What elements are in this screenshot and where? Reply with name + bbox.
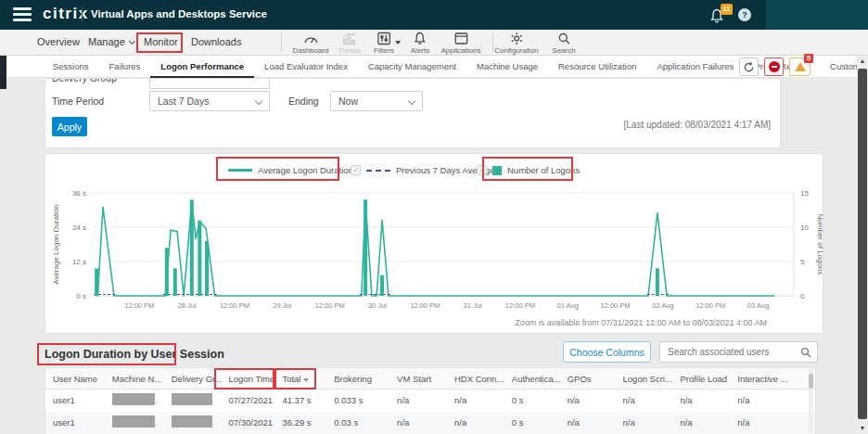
chevron-down-icon [408, 97, 415, 105]
alerts-indicator-button[interactable]: 5 [789, 57, 811, 76]
svg-text:15: 15 [800, 189, 809, 198]
column-header-hdx-conn-[interactable]: HDX Conn... [447, 368, 504, 389]
logon-performance-chart-card: Average Logon Duration✓Previous 7 Days A… [45, 153, 823, 334]
nav-tool-filters[interactable]: Filters [374, 32, 394, 55]
dashboard-icon [292, 32, 328, 45]
filter-panel: Delivery Group Time Period Last 7 Days E… [45, 78, 781, 148]
table-cell: 36.29 s [274, 412, 326, 434]
column-header-vm-start[interactable]: VM Start [389, 368, 447, 389]
svg-text:12:00 PM: 12:00 PM [600, 301, 630, 310]
nav-tool-dashboard[interactable]: Dashboard [292, 32, 328, 55]
nav-item-overview[interactable]: Overview [37, 36, 80, 47]
app-window: citrix Virtual Apps and Desktops Service… [0, 0, 868, 434]
table-cell: n/a [616, 412, 673, 434]
column-header-logon-time[interactable]: Logon Time [222, 368, 275, 389]
choose-columns-button[interactable]: Choose Columns [563, 341, 651, 363]
table-row[interactable]: user1.07/30/2021 2...36.29 s0.03 sn/an/a… [45, 412, 815, 434]
errors-indicator-button[interactable] [764, 57, 784, 76]
table-cell: n/a [672, 389, 730, 412]
svg-text:12 s: 12 s [72, 258, 86, 266]
search-input[interactable] [660, 342, 798, 362]
legend-item-number-of-logons: ✓Number of Logons [477, 165, 580, 175]
table-cell: 07/30/2021 2... [222, 412, 275, 434]
column-header-profile-load[interactable]: Profile Load [672, 368, 730, 389]
nav-tool-search[interactable]: Search [552, 32, 575, 55]
nav-tool-applications[interactable]: Applications [440, 32, 480, 55]
svg-text:0 s: 0 s [76, 292, 86, 300]
table-cell: 0.03 s [326, 412, 389, 434]
window-scrollbar[interactable]: ▲ ▼ [857, 56, 868, 434]
nav-item-monitor[interactable]: Monitor [144, 36, 178, 47]
hamburger-menu-icon[interactable] [13, 7, 32, 21]
error-icon [769, 61, 780, 72]
delivery-group-select[interactable] [149, 78, 270, 89]
subtab-load-evaluator-index[interactable]: Load Evaluator Index [254, 56, 358, 78]
svg-text:12:00 PM: 12:00 PM [696, 301, 725, 310]
subtab-resource-utilization[interactable]: Resource Utilization [548, 56, 646, 78]
column-header-logon-scri-[interactable]: Logon Scri... [616, 368, 673, 389]
redacted-cell [164, 389, 222, 412]
table-header-row: User NameMachine N...Delivery Gr...Logon… [45, 368, 815, 389]
table-cell: n/a [672, 412, 730, 434]
svg-text:12:00 PM: 12:00 PM [124, 301, 154, 310]
table-cell: user1 [45, 412, 105, 434]
subtab-capacity-management[interactable]: Capacity Management [358, 56, 466, 78]
subtab-failures[interactable]: Failures [99, 56, 151, 78]
nav-item-manage[interactable]: Manage [88, 36, 134, 47]
search-icon [800, 347, 811, 358]
chevron-down-icon [129, 38, 135, 45]
table-cell: 0.033 s [326, 389, 389, 412]
svg-text:01 Aug: 01 Aug [557, 301, 579, 310]
svg-text:12:00 PM: 12:00 PM [220, 301, 249, 310]
column-header-brokering[interactable]: Brokering [326, 368, 389, 389]
apply-button[interactable]: Apply [52, 117, 87, 136]
svg-text:29 Jul: 29 Jul [273, 301, 291, 310]
chevron-down-icon [255, 97, 262, 105]
redacted-cell: . [105, 412, 164, 434]
nav-item-downloads[interactable]: Downloads [191, 36, 241, 47]
help-icon[interactable]: ? [738, 8, 751, 21]
column-header-total[interactable]: Total [274, 368, 326, 389]
scroll-up-arrow[interactable]: ▲ [857, 56, 868, 67]
svg-text:12:00 PM: 12:00 PM [315, 301, 345, 310]
subtab-application-failures[interactable]: Application Failures [646, 56, 744, 78]
column-header-delivery-gr-[interactable]: Delivery Gr... [164, 368, 222, 389]
time-period-select[interactable]: Last 7 Days [149, 91, 270, 111]
column-header-machine-n-[interactable]: Machine N... [105, 368, 164, 389]
table-cell: n/a [560, 389, 616, 412]
legend-item-average-logon-duration: Average Logon Duration [228, 165, 353, 175]
table-cell: n/a [389, 412, 447, 434]
subtab-logon-performance[interactable]: Logon Performance [150, 56, 254, 78]
redacted-cell: . [105, 389, 164, 412]
column-header-gpos[interactable]: GPOs [560, 368, 616, 389]
refresh-button[interactable] [739, 57, 759, 76]
svg-text:31 Jul: 31 Jul [464, 301, 482, 310]
nav-tool-trends: Trends [338, 32, 362, 55]
nav-tool-alerts[interactable]: Alerts [411, 32, 429, 55]
nav-tool-configuration[interactable]: Configuration [494, 32, 539, 55]
subtab-machine-usage[interactable]: Machine Usage [466, 56, 548, 78]
window-scrollbar-thumb[interactable] [858, 69, 867, 419]
logon-performance-chart[interactable]: 0 s12 s24 s36 s05101512:00 PM28 Jul12:00… [45, 180, 824, 319]
section-title-logon-duration: Logon Duration by User Session [45, 348, 224, 361]
ending-select[interactable]: Now [330, 91, 423, 111]
user-menu[interactable]: OrgID: [766, 0, 868, 30]
table-scrollbar-thumb[interactable] [809, 374, 813, 389]
svg-text:12:00 PM: 12:00 PM [410, 301, 440, 310]
table-scrollbar[interactable] [809, 368, 813, 433]
redacted-cell [164, 412, 222, 434]
column-header-user-name[interactable]: User Name [45, 368, 105, 389]
legend-swatch-dashed [366, 170, 390, 172]
svg-text:30 Jul: 30 Jul [368, 301, 387, 310]
column-header-authentica-[interactable]: Authentica... [504, 368, 560, 389]
legend-checkbox[interactable]: ✓ [351, 165, 361, 175]
last-updated-text: [Last updated: 08/03/2021 4:17 AM] [624, 120, 771, 130]
column-header-interactive-[interactable]: Interactive ... [730, 368, 815, 389]
svg-text:28 Jul: 28 Jul [178, 301, 197, 310]
table-row[interactable]: user1.07/27/2021 5...41.37 s0.033 sn/an/… [45, 389, 815, 412]
subtab-sessions[interactable]: Sessions [43, 56, 99, 78]
scroll-down-arrow[interactable]: ▼ [857, 423, 868, 434]
legend-checkbox[interactable]: ✓ [477, 165, 487, 175]
svg-text:02 Aug: 02 Aug [652, 301, 673, 310]
filters-icon [374, 32, 394, 45]
